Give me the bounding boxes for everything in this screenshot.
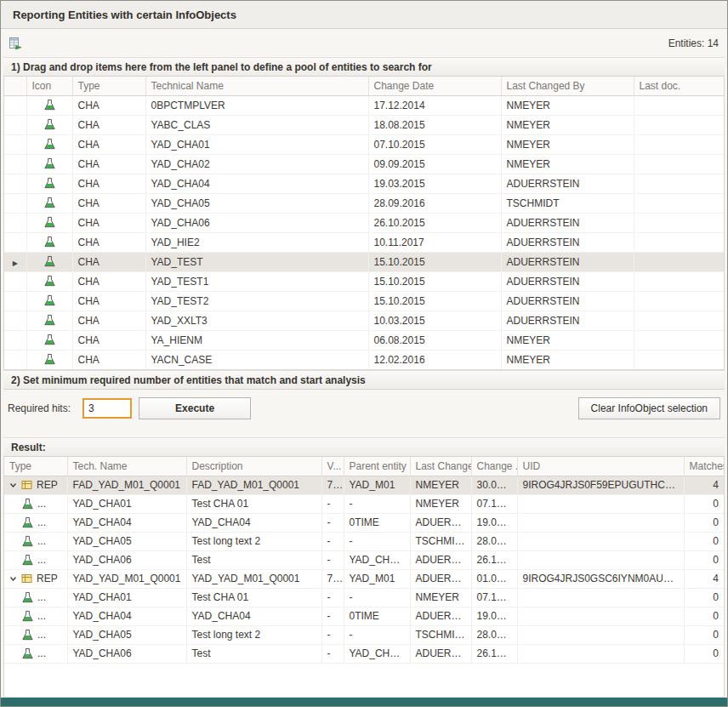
row-selector-cell[interactable]	[4, 115, 26, 134]
col-header-tech-name[interactable]: Tech. Name	[67, 457, 186, 476]
required-hits-input[interactable]	[82, 398, 132, 419]
result-type-cell: ...	[4, 550, 67, 569]
cell-parent-entity: 0TIME	[344, 607, 410, 625]
execute-button[interactable]: Execute	[139, 397, 251, 419]
col-header-last-doc[interactable]: Last doc.	[634, 77, 724, 95]
cell-type: CHA	[72, 291, 145, 311]
entities-table: Icon Type Technical Name Change Date Las…	[3, 77, 725, 370]
result-type-label: ...	[37, 647, 46, 659]
col-header-version[interactable]: V...	[321, 457, 344, 476]
row-selector-cell[interactable]	[4, 154, 26, 174]
entity-icon-cell	[26, 252, 72, 271]
row-selector-cell[interactable]	[4, 271, 26, 291]
result-header-label: Result:	[11, 442, 46, 453]
cell-tech-name: YAD_CHA05	[67, 532, 186, 550]
entity-row[interactable]: CHAYAD_CHA0107.10.2015NMEYER	[4, 134, 724, 154]
cell-matches: 0	[684, 532, 724, 550]
col-header-technical-name[interactable]: Technical Name	[145, 77, 368, 95]
cell-last-changed-by: ADUERRSTEIN	[501, 213, 634, 232]
cell-change-date: 10.11.2017	[368, 232, 501, 252]
cell-last-doc	[634, 350, 724, 369]
entity-row[interactable]: CHAYAD_TEST115.10.2015ADUERRSTEIN	[4, 271, 724, 291]
result-row[interactable]: ...YAD_CHA06Test-YAD_CHA01ADUERRSTE...26…	[4, 644, 724, 663]
row-selector-cell[interactable]	[4, 134, 26, 154]
clear-infoobject-selection-button[interactable]: Clear InfoObject selection	[578, 397, 720, 419]
col-header-last-changed-by[interactable]: Last Changed By	[501, 77, 634, 95]
row-selector-cell[interactable]	[4, 350, 26, 369]
expand-chevron-icon[interactable]	[9, 482, 18, 489]
entity-row[interactable]: CHAYAD_HIE210.11.2017ADUERRSTEIN	[4, 232, 724, 252]
col-header-parent-entity[interactable]: Parent entity	[344, 457, 410, 476]
cell-change-date: 26.10.2015	[368, 213, 501, 232]
entities-header-row: Icon Type Technical Name Change Date Las…	[4, 77, 724, 95]
entity-row[interactable]: CHAYACN_CASE12.02.2016NMEYER	[4, 350, 724, 369]
entity-row[interactable]: CHAYAD_CHA0626.10.2015ADUERRSTEIN	[4, 213, 724, 232]
cell-change-date: 19.03.2...	[471, 607, 517, 625]
cell-version: -	[321, 532, 344, 550]
cell-change-date: 26.10.2...	[471, 550, 517, 569]
col-header-change-date[interactable]: Change Date	[368, 77, 501, 95]
col-header-description[interactable]: Description	[186, 457, 321, 476]
cell-change-date: 19.03.2...	[471, 513, 517, 532]
characteristic-icon	[21, 554, 34, 567]
entity-icon-cell	[26, 95, 72, 115]
result-row[interactable]: ...YAD_CHA05Test long text 2--TSCHMIDT28…	[4, 625, 724, 644]
entity-row[interactable]: ▶ CHAYAD_TEST15.10.2015ADUERRSTEIN	[4, 252, 724, 271]
entity-row[interactable]: CHAYAD_CHA0419.03.2015ADUERRSTEIN	[4, 174, 724, 193]
entity-row[interactable]: CHAYAD_XXLT310.03.2015ADUERRSTEIN	[4, 311, 724, 330]
col-header-last-change[interactable]: Last Change...	[410, 457, 471, 476]
entity-row[interactable]: CHA0BPCTMPLVER17.12.2014NMEYER	[4, 95, 724, 115]
type-cell-content: ...	[9, 535, 62, 548]
cell-last-changed-by: ADUERRSTE...	[410, 569, 471, 588]
cell-last-changed-by: TSCHMIDT	[501, 193, 634, 213]
cell-last-doc	[634, 115, 724, 134]
characteristic-icon	[43, 197, 56, 209]
col-header-matches[interactable]: Matches	[684, 457, 724, 476]
col-header-type[interactable]: Type	[72, 77, 145, 95]
result-row[interactable]: ...YAD_CHA04YAD_CHA04-0TIMEADUERRSTE...1…	[4, 513, 724, 532]
cell-uid: 9IROG4JRJS0F59EPUGUTHCEJR	[517, 476, 684, 494]
row-selector-cell[interactable]	[4, 291, 26, 311]
result-row[interactable]: ...YAD_CHA06Test-YAD_CHA01ADUERRSTE...26…	[4, 550, 724, 569]
cell-last-doc	[634, 232, 724, 252]
export-table-icon[interactable]	[8, 36, 23, 51]
col-header-uid[interactable]: UID	[517, 457, 684, 476]
cell-version: 7.x	[321, 569, 344, 588]
cell-type: CHA	[72, 232, 145, 252]
row-selector-cell[interactable]	[4, 95, 26, 115]
row-selector-cell[interactable]	[4, 232, 26, 252]
col-header-change[interactable]: Change ...	[471, 457, 517, 476]
row-selector-cell[interactable]	[4, 330, 26, 350]
result-row[interactable]: ...YAD_CHA04YAD_CHA04-0TIMEADUERRSTE...1…	[4, 607, 724, 625]
entity-icon-cell	[26, 330, 72, 350]
entity-row[interactable]: CHAYAD_CHA0209.09.2015NMEYER	[4, 154, 724, 174]
cell-tech-name: YAD_CHA01	[67, 588, 186, 607]
cell-type: CHA	[72, 213, 145, 232]
result-type-label: ...	[37, 591, 46, 603]
result-table: Type Tech. Name Description V... Parent …	[3, 457, 725, 698]
cell-change-date: 28.09.2016	[368, 193, 501, 213]
col-header-result-type[interactable]: Type	[4, 457, 67, 476]
section2-header: 2) Set minimum required number of entiti…	[3, 370, 725, 390]
entity-row[interactable]: CHAYA_HIENM06.08.2015NMEYER	[4, 330, 724, 350]
result-row[interactable]: ...YAD_CHA01Test CHA 01--NMEYER07.10.2..…	[4, 588, 724, 607]
entity-row[interactable]: CHAYAD_CHA0528.09.2016TSCHMIDT	[4, 193, 724, 213]
cell-last-doc	[634, 134, 724, 154]
cell-change-date: 15.10.2015	[368, 291, 501, 311]
result-row[interactable]: ...YAD_CHA05Test long text 2--TSCHMIDT28…	[4, 532, 724, 550]
result-row[interactable]: REPFAD_YAD_M01_Q0001FAD_YAD_M01_Q00017.x…	[4, 476, 724, 494]
entity-row[interactable]: CHAYAD_TEST215.10.2015ADUERRSTEIN	[4, 291, 724, 311]
row-selector-cell[interactable]: ▶	[4, 252, 26, 271]
expand-chevron-icon[interactable]	[9, 575, 18, 583]
cell-change-date: 19.03.2015	[368, 174, 501, 193]
row-selector-cell[interactable]	[4, 213, 26, 232]
row-selector-cell[interactable]	[4, 311, 26, 330]
row-selector-cell[interactable]	[4, 174, 26, 193]
col-header-icon[interactable]: Icon	[26, 77, 72, 95]
cell-matches: 4	[684, 476, 724, 494]
result-row[interactable]: REPYAD_YAD_M01_Q0001YAD_YAD_M01_Q00017.x…	[4, 569, 724, 588]
cell-change-date: 09.09.2015	[368, 154, 501, 174]
result-row[interactable]: ...YAD_CHA01Test CHA 01--NMEYER07.10.2..…	[4, 494, 724, 513]
row-selector-cell[interactable]	[4, 193, 26, 213]
entity-row[interactable]: CHAYABC_CLAS18.08.2015NMEYER	[4, 115, 724, 134]
